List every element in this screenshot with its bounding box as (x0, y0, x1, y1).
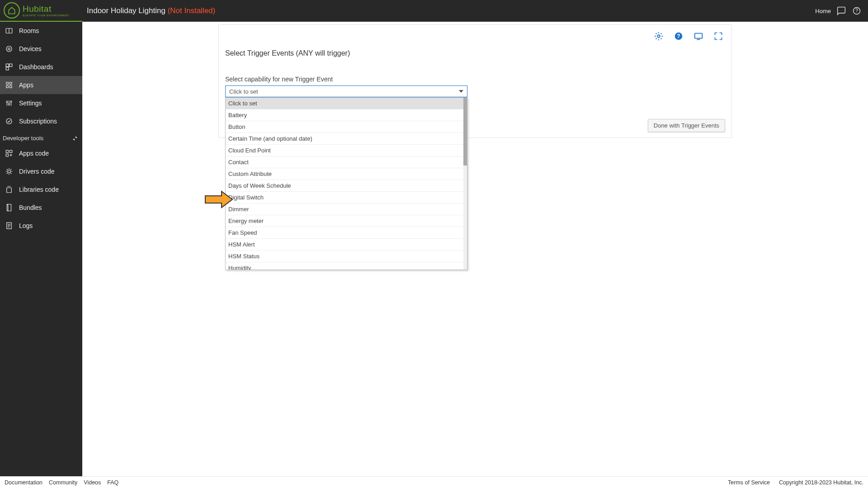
section-heading: Select Trigger Events (ANY will trigger) (225, 49, 725, 57)
dropdown-option[interactable]: HSM Status (226, 251, 467, 262)
footer-link-videos[interactable]: Videos (84, 479, 101, 486)
dropdown-option[interactable]: Energy meter (226, 215, 467, 227)
sidebar-item-rooms[interactable]: Rooms (0, 22, 82, 40)
brand-name: Hubitat (23, 5, 69, 13)
apps-icon (5, 81, 14, 90)
help-icon[interactable]: ? (852, 6, 862, 16)
sidebar-item-label: Subscriptions (19, 118, 57, 125)
gear-icon[interactable] (654, 31, 664, 41)
svg-rect-10 (10, 82, 12, 85)
svg-rect-7 (9, 64, 12, 66)
capability-dropdown: Click to setBatteryButtonCertain Time (a… (225, 97, 467, 270)
dashboards-icon (5, 62, 14, 71)
svg-point-18 (10, 101, 12, 103)
sidebar-item-settings[interactable]: Settings (0, 94, 82, 112)
subscriptions-icon (5, 117, 14, 126)
dropdown-option[interactable]: Cloud End Point (226, 145, 467, 156)
collapse-icon (72, 136, 78, 141)
chat-icon[interactable] (836, 6, 846, 16)
page-title: Indoor Holiday Lighting (Not Installed) (87, 6, 215, 15)
svg-rect-33 (695, 33, 703, 38)
footer-link-tos[interactable]: Terms of Service (728, 479, 770, 486)
dropdown-option[interactable]: Days of Week Schedule (226, 180, 467, 192)
arrow-annotation (204, 190, 233, 208)
svg-rect-6 (6, 64, 9, 66)
settings-icon (5, 99, 14, 108)
dropdown-option[interactable]: Certain Time (and optional date) (226, 133, 467, 145)
sidebar-item-bundles[interactable]: Bundles (0, 199, 82, 217)
home-link[interactable]: Home (815, 8, 831, 14)
svg-text:?: ? (677, 33, 680, 39)
dropdown-option[interactable]: Custom Attribute (226, 168, 467, 180)
devices-icon (5, 44, 14, 53)
scrollbar-thumb[interactable] (463, 98, 467, 166)
sidebar-item-devices[interactable]: Devices (0, 40, 82, 58)
chevron-down-icon (459, 90, 463, 93)
libraries-code-icon (5, 185, 14, 194)
dropdown-option[interactable]: Click to set (226, 98, 467, 109)
sidebar-item-subscriptions[interactable]: Subscriptions (0, 112, 82, 130)
footer: Documentation Community Videos FAQ Terms… (0, 476, 868, 488)
svg-point-30 (657, 35, 660, 38)
monitor-icon[interactable] (693, 31, 703, 41)
dropdown-option[interactable]: Humidity (226, 262, 467, 270)
sidebar-item-label: Devices (19, 45, 42, 52)
sidebar-item-apps[interactable]: Apps (0, 76, 82, 94)
apps-code-icon (5, 149, 14, 158)
footer-link-faq[interactable]: FAQ (107, 479, 118, 486)
logo-icon (4, 2, 20, 19)
svg-rect-12 (10, 86, 12, 88)
sidebar-item-label: Settings (19, 99, 42, 107)
dropdown-option[interactable]: Digital Switch (226, 192, 467, 204)
sidebar-item-label: Apps code (19, 150, 49, 157)
sidebar-item-libraries-code[interactable]: Libraries code (0, 180, 82, 199)
config-card: ? Select Trigger Events (ANY will trigge… (218, 24, 732, 138)
sidebar-item-dashboards[interactable]: Dashboards (0, 58, 82, 76)
capability-select[interactable]: Click to set (225, 85, 467, 97)
svg-point-25 (8, 170, 10, 173)
install-status: (Not Installed) (168, 6, 216, 15)
dropdown-option[interactable]: HSM Alert (226, 239, 467, 251)
svg-rect-22 (6, 154, 8, 156)
logo[interactable]: Hubitat ELEVATE YOUR ENVIRONMENT (0, 0, 82, 22)
logs-icon (5, 221, 14, 230)
svg-point-4 (8, 48, 10, 50)
svg-rect-9 (6, 82, 9, 85)
card-toolbar: ? (219, 25, 731, 41)
footer-link-documentation[interactable]: Documentation (5, 479, 42, 486)
svg-rect-11 (6, 86, 9, 88)
page-title-text: Indoor Holiday Lighting (87, 6, 165, 15)
developer-tools-label: Developer tools (3, 135, 43, 142)
main-content: ? Select Trigger Events (ANY will trigge… (82, 22, 868, 476)
sidebar-item-label: Bundles (19, 204, 42, 211)
dropdown-option[interactable]: Button (226, 121, 467, 133)
expand-icon[interactable] (713, 31, 723, 41)
dropdown-option[interactable]: Contact (226, 156, 467, 168)
svg-rect-8 (6, 67, 9, 70)
rooms-icon (5, 26, 14, 35)
footer-link-community[interactable]: Community (49, 479, 77, 486)
sidebar-item-logs[interactable]: Logs (0, 217, 82, 235)
svg-rect-21 (10, 150, 12, 152)
done-button[interactable]: Done with Trigger Events (648, 119, 725, 132)
footer-copyright: Copyright 2018-2023 Hubitat, Inc. (779, 479, 863, 486)
field-label: Select capability for new Trigger Event (225, 76, 725, 83)
sidebar-item-label: Rooms (19, 27, 39, 34)
svg-point-5 (6, 46, 12, 52)
dropdown-option[interactable]: Battery (226, 109, 467, 121)
sidebar-item-label: Dashboards (19, 63, 53, 71)
sidebar: Rooms Devices Dashboards Apps Settings S… (0, 22, 82, 476)
developer-tools-section[interactable]: Developer tools (0, 132, 82, 144)
dropdown-option[interactable]: Dimmer (226, 204, 467, 215)
svg-rect-20 (6, 150, 8, 152)
svg-point-19 (6, 118, 12, 124)
sidebar-item-label: Drivers code (19, 168, 55, 175)
svg-point-16 (9, 104, 10, 105)
bundles-icon (5, 203, 14, 212)
help-circle-icon[interactable]: ? (674, 31, 684, 41)
svg-text:?: ? (855, 8, 858, 13)
drivers-code-icon (5, 167, 14, 176)
sidebar-item-apps-code[interactable]: Apps code (0, 144, 82, 162)
dropdown-option[interactable]: Fan Speed (226, 227, 467, 239)
sidebar-item-drivers-code[interactable]: Drivers code (0, 162, 82, 180)
